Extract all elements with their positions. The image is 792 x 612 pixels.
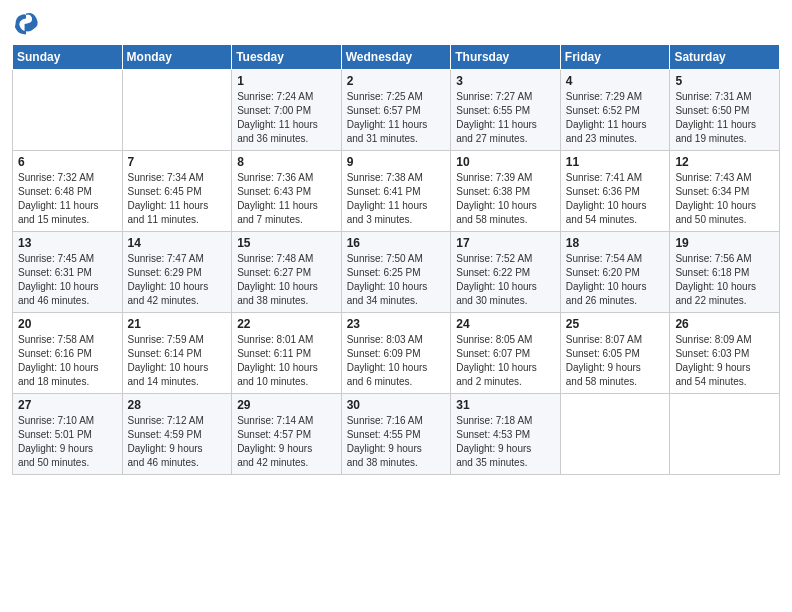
cell-info: Sunrise: 8:01 AM Sunset: 6:11 PM Dayligh… (237, 333, 336, 389)
cell-1-2 (122, 70, 232, 151)
cell-4-1: 20Sunrise: 7:58 AM Sunset: 6:16 PM Dayli… (13, 313, 123, 394)
cell-2-1: 6Sunrise: 7:32 AM Sunset: 6:48 PM Daylig… (13, 151, 123, 232)
day-number: 11 (566, 155, 665, 169)
cell-info: Sunrise: 7:41 AM Sunset: 6:36 PM Dayligh… (566, 171, 665, 227)
cell-4-6: 25Sunrise: 8:07 AM Sunset: 6:05 PM Dayli… (560, 313, 670, 394)
page: SundayMondayTuesdayWednesdayThursdayFrid… (0, 0, 792, 612)
week-row-3: 13Sunrise: 7:45 AM Sunset: 6:31 PM Dayli… (13, 232, 780, 313)
header-row: SundayMondayTuesdayWednesdayThursdayFrid… (13, 45, 780, 70)
calendar-header: SundayMondayTuesdayWednesdayThursdayFrid… (13, 45, 780, 70)
day-number: 16 (347, 236, 446, 250)
cell-info: Sunrise: 7:52 AM Sunset: 6:22 PM Dayligh… (456, 252, 555, 308)
cell-info: Sunrise: 7:31 AM Sunset: 6:50 PM Dayligh… (675, 90, 774, 146)
cell-2-3: 8Sunrise: 7:36 AM Sunset: 6:43 PM Daylig… (232, 151, 342, 232)
cell-2-2: 7Sunrise: 7:34 AM Sunset: 6:45 PM Daylig… (122, 151, 232, 232)
cell-info: Sunrise: 7:27 AM Sunset: 6:55 PM Dayligh… (456, 90, 555, 146)
header (12, 10, 780, 38)
day-number: 25 (566, 317, 665, 331)
day-number: 27 (18, 398, 117, 412)
cell-3-7: 19Sunrise: 7:56 AM Sunset: 6:18 PM Dayli… (670, 232, 780, 313)
cell-info: Sunrise: 7:18 AM Sunset: 4:53 PM Dayligh… (456, 414, 555, 470)
cell-info: Sunrise: 7:16 AM Sunset: 4:55 PM Dayligh… (347, 414, 446, 470)
cell-1-3: 1Sunrise: 7:24 AM Sunset: 7:00 PM Daylig… (232, 70, 342, 151)
cell-3-3: 15Sunrise: 7:48 AM Sunset: 6:27 PM Dayli… (232, 232, 342, 313)
cell-3-4: 16Sunrise: 7:50 AM Sunset: 6:25 PM Dayli… (341, 232, 451, 313)
week-row-2: 6Sunrise: 7:32 AM Sunset: 6:48 PM Daylig… (13, 151, 780, 232)
cell-info: Sunrise: 7:43 AM Sunset: 6:34 PM Dayligh… (675, 171, 774, 227)
day-number: 14 (128, 236, 227, 250)
cell-5-7 (670, 394, 780, 475)
day-number: 24 (456, 317, 555, 331)
day-number: 26 (675, 317, 774, 331)
day-number: 22 (237, 317, 336, 331)
cell-info: Sunrise: 8:05 AM Sunset: 6:07 PM Dayligh… (456, 333, 555, 389)
cell-info: Sunrise: 7:45 AM Sunset: 6:31 PM Dayligh… (18, 252, 117, 308)
day-number: 20 (18, 317, 117, 331)
cell-info: Sunrise: 8:03 AM Sunset: 6:09 PM Dayligh… (347, 333, 446, 389)
cell-info: Sunrise: 7:34 AM Sunset: 6:45 PM Dayligh… (128, 171, 227, 227)
cell-1-5: 3Sunrise: 7:27 AM Sunset: 6:55 PM Daylig… (451, 70, 561, 151)
cell-info: Sunrise: 7:59 AM Sunset: 6:14 PM Dayligh… (128, 333, 227, 389)
day-number: 12 (675, 155, 774, 169)
cell-3-1: 13Sunrise: 7:45 AM Sunset: 6:31 PM Dayli… (13, 232, 123, 313)
cell-5-1: 27Sunrise: 7:10 AM Sunset: 5:01 PM Dayli… (13, 394, 123, 475)
day-number: 8 (237, 155, 336, 169)
cell-1-7: 5Sunrise: 7:31 AM Sunset: 6:50 PM Daylig… (670, 70, 780, 151)
cell-1-6: 4Sunrise: 7:29 AM Sunset: 6:52 PM Daylig… (560, 70, 670, 151)
day-number: 29 (237, 398, 336, 412)
cell-4-3: 22Sunrise: 8:01 AM Sunset: 6:11 PM Dayli… (232, 313, 342, 394)
cell-info: Sunrise: 7:10 AM Sunset: 5:01 PM Dayligh… (18, 414, 117, 470)
cell-info: Sunrise: 8:09 AM Sunset: 6:03 PM Dayligh… (675, 333, 774, 389)
cell-info: Sunrise: 7:32 AM Sunset: 6:48 PM Dayligh… (18, 171, 117, 227)
day-number: 7 (128, 155, 227, 169)
cell-3-6: 18Sunrise: 7:54 AM Sunset: 6:20 PM Dayli… (560, 232, 670, 313)
cell-info: Sunrise: 7:14 AM Sunset: 4:57 PM Dayligh… (237, 414, 336, 470)
cell-info: Sunrise: 7:39 AM Sunset: 6:38 PM Dayligh… (456, 171, 555, 227)
logo-icon (12, 10, 40, 38)
column-header-tuesday: Tuesday (232, 45, 342, 70)
cell-info: Sunrise: 7:29 AM Sunset: 6:52 PM Dayligh… (566, 90, 665, 146)
day-number: 5 (675, 74, 774, 88)
column-header-monday: Monday (122, 45, 232, 70)
cell-info: Sunrise: 8:07 AM Sunset: 6:05 PM Dayligh… (566, 333, 665, 389)
cell-3-5: 17Sunrise: 7:52 AM Sunset: 6:22 PM Dayli… (451, 232, 561, 313)
cell-info: Sunrise: 7:58 AM Sunset: 6:16 PM Dayligh… (18, 333, 117, 389)
cell-2-7: 12Sunrise: 7:43 AM Sunset: 6:34 PM Dayli… (670, 151, 780, 232)
calendar-body: 1Sunrise: 7:24 AM Sunset: 7:00 PM Daylig… (13, 70, 780, 475)
cell-4-4: 23Sunrise: 8:03 AM Sunset: 6:09 PM Dayli… (341, 313, 451, 394)
day-number: 10 (456, 155, 555, 169)
logo (12, 10, 42, 38)
day-number: 30 (347, 398, 446, 412)
cell-1-1 (13, 70, 123, 151)
column-header-thursday: Thursday (451, 45, 561, 70)
day-number: 2 (347, 74, 446, 88)
day-number: 28 (128, 398, 227, 412)
day-number: 23 (347, 317, 446, 331)
day-number: 3 (456, 74, 555, 88)
cell-2-6: 11Sunrise: 7:41 AM Sunset: 6:36 PM Dayli… (560, 151, 670, 232)
column-header-wednesday: Wednesday (341, 45, 451, 70)
cell-2-4: 9Sunrise: 7:38 AM Sunset: 6:41 PM Daylig… (341, 151, 451, 232)
column-header-saturday: Saturday (670, 45, 780, 70)
cell-info: Sunrise: 7:25 AM Sunset: 6:57 PM Dayligh… (347, 90, 446, 146)
cell-4-5: 24Sunrise: 8:05 AM Sunset: 6:07 PM Dayli… (451, 313, 561, 394)
cell-info: Sunrise: 7:24 AM Sunset: 7:00 PM Dayligh… (237, 90, 336, 146)
cell-info: Sunrise: 7:12 AM Sunset: 4:59 PM Dayligh… (128, 414, 227, 470)
cell-5-4: 30Sunrise: 7:16 AM Sunset: 4:55 PM Dayli… (341, 394, 451, 475)
cell-2-5: 10Sunrise: 7:39 AM Sunset: 6:38 PM Dayli… (451, 151, 561, 232)
cell-info: Sunrise: 7:48 AM Sunset: 6:27 PM Dayligh… (237, 252, 336, 308)
cell-info: Sunrise: 7:54 AM Sunset: 6:20 PM Dayligh… (566, 252, 665, 308)
cell-5-5: 31Sunrise: 7:18 AM Sunset: 4:53 PM Dayli… (451, 394, 561, 475)
calendar-table: SundayMondayTuesdayWednesdayThursdayFrid… (12, 44, 780, 475)
cell-5-6 (560, 394, 670, 475)
cell-info: Sunrise: 7:36 AM Sunset: 6:43 PM Dayligh… (237, 171, 336, 227)
cell-5-3: 29Sunrise: 7:14 AM Sunset: 4:57 PM Dayli… (232, 394, 342, 475)
day-number: 15 (237, 236, 336, 250)
day-number: 13 (18, 236, 117, 250)
day-number: 1 (237, 74, 336, 88)
week-row-1: 1Sunrise: 7:24 AM Sunset: 7:00 PM Daylig… (13, 70, 780, 151)
cell-4-7: 26Sunrise: 8:09 AM Sunset: 6:03 PM Dayli… (670, 313, 780, 394)
day-number: 18 (566, 236, 665, 250)
week-row-5: 27Sunrise: 7:10 AM Sunset: 5:01 PM Dayli… (13, 394, 780, 475)
cell-info: Sunrise: 7:38 AM Sunset: 6:41 PM Dayligh… (347, 171, 446, 227)
